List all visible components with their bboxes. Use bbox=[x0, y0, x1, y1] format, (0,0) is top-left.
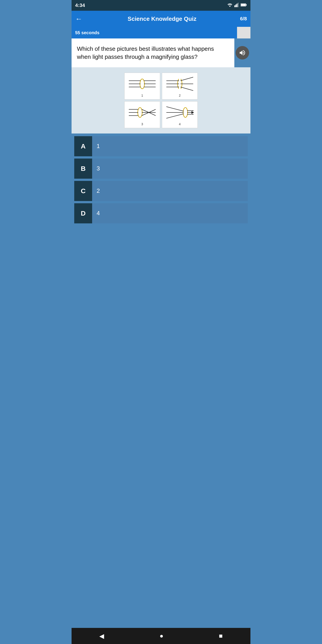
svg-rect-5 bbox=[241, 4, 246, 6]
svg-rect-3 bbox=[238, 3, 238, 7]
svg-point-29 bbox=[183, 108, 188, 118]
svg-point-7 bbox=[140, 79, 144, 89]
timer-progress-track bbox=[237, 27, 250, 38]
option-c-letter: C bbox=[74, 181, 92, 201]
app-header: ← Science Knowledge Quiz 6/8 bbox=[72, 11, 250, 27]
battery-icon bbox=[240, 3, 247, 8]
option-a[interactable]: A 1 bbox=[74, 136, 248, 156]
svg-line-26 bbox=[142, 112, 149, 116]
option-b[interactable]: B 3 bbox=[74, 158, 248, 179]
svg-rect-0 bbox=[234, 5, 235, 7]
option-b-text: 3 bbox=[92, 162, 104, 176]
svg-line-32 bbox=[166, 114, 184, 118]
nav-back-button[interactable]: ◀ bbox=[94, 630, 110, 642]
sound-side bbox=[234, 38, 250, 67]
svg-line-19 bbox=[180, 87, 193, 90]
status-icons bbox=[227, 3, 247, 8]
question-text: Which of these pictures best illustrates… bbox=[77, 45, 229, 61]
svg-line-15 bbox=[180, 77, 193, 81]
nav-recent-button[interactable]: ■ bbox=[214, 630, 228, 642]
image-label-4: 4 bbox=[179, 122, 181, 126]
svg-line-27 bbox=[149, 109, 156, 112]
svg-line-30 bbox=[166, 107, 184, 111]
svg-rect-6 bbox=[246, 4, 247, 6]
answer-options: A 1 B 3 C 2 D 4 bbox=[72, 134, 250, 628]
signal-icon bbox=[234, 3, 239, 8]
image-cell-1: 1 bbox=[124, 73, 160, 100]
svg-marker-37 bbox=[192, 114, 194, 115]
option-d-text: 4 bbox=[92, 206, 104, 220]
progress-label: 6/8 bbox=[240, 16, 247, 22]
svg-rect-2 bbox=[236, 4, 238, 7]
nav-home-button[interactable]: ● bbox=[154, 630, 169, 642]
status-time: 4:34 bbox=[75, 2, 85, 8]
status-bar: 4:34 bbox=[72, 0, 250, 11]
option-c[interactable]: C 2 bbox=[74, 181, 248, 201]
svg-point-20 bbox=[138, 108, 142, 118]
option-b-letter: B bbox=[74, 158, 92, 179]
question-card: Which of these pictures best illustrates… bbox=[72, 38, 234, 67]
wifi-icon bbox=[227, 3, 232, 8]
image-area: 1 2 bbox=[72, 67, 250, 134]
svg-line-28 bbox=[149, 112, 156, 116]
content-area: Which of these pictures best illustrates… bbox=[72, 38, 250, 628]
svg-line-22 bbox=[142, 109, 149, 112]
image-cell-3: 3 bbox=[124, 101, 160, 128]
question-image-row: Which of these pictures best illustrates… bbox=[72, 38, 250, 67]
image-grid: 1 2 bbox=[124, 73, 198, 128]
sound-button[interactable] bbox=[236, 46, 249, 60]
app-title: Science Knowledge Quiz bbox=[82, 16, 240, 22]
option-a-letter: A bbox=[74, 136, 92, 156]
option-d[interactable]: D 4 bbox=[74, 203, 248, 224]
svg-rect-1 bbox=[236, 4, 236, 7]
image-cell-2: 2 bbox=[162, 73, 198, 100]
timer-bar: 55 seconds bbox=[72, 27, 250, 38]
image-cell-4: 4 bbox=[162, 101, 198, 128]
image-label-2: 2 bbox=[179, 94, 181, 97]
question-col: Which of these pictures best illustrates… bbox=[72, 38, 234, 67]
back-button[interactable]: ← bbox=[75, 15, 82, 23]
option-a-text: 1 bbox=[92, 139, 104, 153]
option-c-text: 2 bbox=[92, 184, 104, 198]
image-label-1: 1 bbox=[141, 94, 143, 97]
nav-bar: ◀ ● ■ bbox=[72, 628, 250, 644]
image-label-3: 3 bbox=[141, 122, 143, 126]
option-d-letter: D bbox=[74, 203, 92, 224]
timer-text: 55 seconds bbox=[75, 30, 100, 35]
svg-marker-36 bbox=[192, 110, 194, 111]
